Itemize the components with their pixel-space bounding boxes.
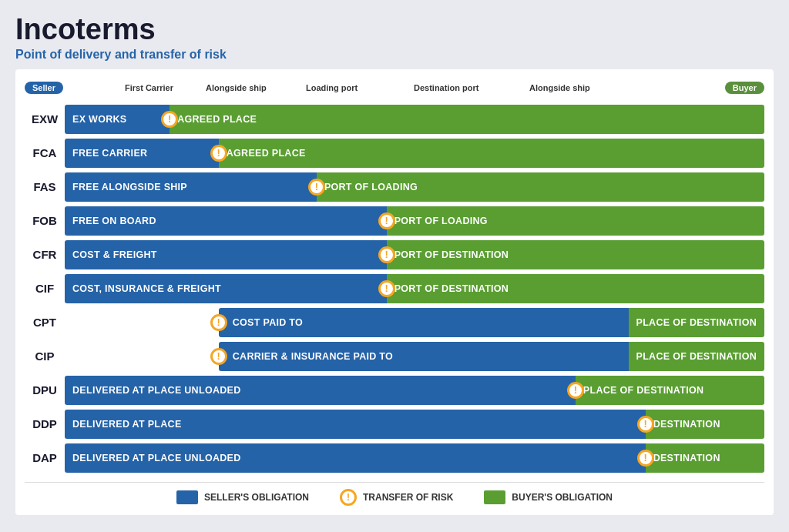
buyer-legend-label: BUYER'S OBLIGATION xyxy=(512,492,613,503)
bar-area-dap: DELIVERED AT PLACE UNLOADED!DESTINATION xyxy=(65,443,764,473)
loading-port-label: Loading port xyxy=(306,83,358,92)
bar-area-cpt: !COST PAID TOPLACE OF DESTINATION xyxy=(65,308,764,337)
blue-text-cip: CARRIER & INSURANCE PAID TO xyxy=(219,351,401,362)
term-label-cfr: CFR xyxy=(25,248,65,261)
green-text-fca: AGREED PLACE xyxy=(219,148,314,159)
risk-icon-ddp: ! xyxy=(637,416,654,433)
green-text-dpu: PLACE OF DESTINATION xyxy=(576,385,711,396)
term-label-cip: CIP xyxy=(25,350,65,363)
blue-text-dpu: DELIVERED AT PLACE UNLOADED xyxy=(65,385,249,396)
row-exw: EXWEX WORKS!AGREED PLACE xyxy=(25,103,764,136)
legend: SELLER'S OBLIGATION ! TRANSFER OF RISK B… xyxy=(25,482,764,506)
bar-area-cif: COST, INSURANCE & FREIGHT!PORT OF DESTIN… xyxy=(65,274,764,303)
green-text-ddp: DESTINATION xyxy=(646,419,728,430)
risk-icon-exw: ! xyxy=(161,111,178,128)
buyer-legend-box xyxy=(484,490,505,504)
seller-legend-label: SELLER'S OBLIGATION xyxy=(204,492,309,503)
rows-container: EXWEX WORKS!AGREED PLACEFCAFREE CARRIER!… xyxy=(25,103,764,474)
green-text-cif: PORT OF DESTINATION xyxy=(387,283,517,294)
term-label-fob: FOB xyxy=(25,214,65,227)
term-label-cif: CIF xyxy=(25,282,65,295)
risk-icon-cpt: ! xyxy=(210,314,227,331)
blue-text-cfr: COST & FREIGHT xyxy=(65,249,165,260)
blue-text-cpt: COST PAID TO xyxy=(219,317,311,328)
term-label-cpt: CPT xyxy=(25,316,65,329)
destination-port-label: Destination port xyxy=(414,83,478,92)
alongside-ship-2-label: Alongside ship xyxy=(529,83,590,92)
row-ddp: DDPDELIVERED AT PLACE!DESTINATION xyxy=(25,408,764,440)
subtitle: Point of delivery and transfer of risk xyxy=(15,48,774,62)
blue-seg-fob: FREE ON BOARD! xyxy=(65,206,387,236)
bar-area-cip: !CARRIER & INSURANCE PAID TOPLACE OF DES… xyxy=(65,342,764,371)
seller-badge: Seller xyxy=(25,82,63,94)
row-cif: CIFCOST, INSURANCE & FREIGHT!PORT OF DES… xyxy=(25,273,764,305)
risk-icon-fob: ! xyxy=(378,212,395,229)
blue-text-dap: DELIVERED AT PLACE UNLOADED xyxy=(65,453,249,463)
green-seg-exw: AGREED PLACE xyxy=(170,105,764,134)
green-text-dap: DESTINATION xyxy=(646,453,728,463)
row-cpt: CPT!COST PAID TOPLACE OF DESTINATION xyxy=(25,306,764,339)
row-dpu: DPUDELIVERED AT PLACE UNLOADED!PLACE OF … xyxy=(25,374,764,407)
main-title: Incoterms xyxy=(15,14,774,46)
bar-area-fca: FREE CARRIER!AGREED PLACE xyxy=(65,139,764,168)
row-fca: FCAFREE CARRIER!AGREED PLACE xyxy=(25,137,764,169)
blue-text-exw: EX WORKS xyxy=(65,114,134,125)
seller-legend-box xyxy=(176,490,198,504)
bar-area-fas: FREE ALONGSIDE SHIP!PORT OF LOADING xyxy=(65,172,764,202)
green-text-cfr: PORT OF DESTINATION xyxy=(387,249,517,260)
bar-area-dpu: DELIVERED AT PLACE UNLOADED!PLACE OF DES… xyxy=(65,376,764,405)
green-seg-dpu: PLACE OF DESTINATION xyxy=(576,376,764,405)
risk-icon-fas: ! xyxy=(308,179,325,196)
green-seg-cfr: PORT OF DESTINATION xyxy=(387,240,764,269)
bar-area-fob: FREE ON BOARD!PORT OF LOADING xyxy=(65,206,764,236)
blue-seg-exw: EX WORKS! xyxy=(65,105,170,134)
green-text-cip: PLACE OF DESTINATION xyxy=(629,351,764,362)
blue-seg-ddp: DELIVERED AT PLACE! xyxy=(65,410,646,439)
green-seg-fca: AGREED PLACE xyxy=(219,139,764,168)
risk-icon-fca: ! xyxy=(210,145,227,162)
term-label-fca: FCA xyxy=(25,146,65,159)
green-seg-dap: DESTINATION xyxy=(646,443,764,473)
blue-text-fas: FREE ALONGSIDE SHIP xyxy=(65,182,195,192)
green-seg-cif: PORT OF DESTINATION xyxy=(387,274,764,303)
bar-area-ddp: DELIVERED AT PLACE!DESTINATION xyxy=(65,410,764,439)
risk-icon-cfr: ! xyxy=(378,246,395,263)
green-seg-cpt: PLACE OF DESTINATION xyxy=(629,308,764,337)
green-text-fob: PORT OF LOADING xyxy=(387,216,495,226)
bar-area-cfr: COST & FREIGHT!PORT OF DESTINATION xyxy=(65,240,764,269)
buyer-badge: Buyer xyxy=(725,82,764,94)
row-cfr: CFRCOST & FREIGHT!PORT OF DESTINATION xyxy=(25,239,764,271)
row-fob: FOBFREE ON BOARD!PORT OF LOADING xyxy=(25,205,764,237)
page-wrapper: Incoterms Point of delivery and transfer… xyxy=(0,0,789,527)
blue-seg-cip: !CARRIER & INSURANCE PAID TO xyxy=(219,342,629,371)
alongside-ship-1-label: Alongside ship xyxy=(206,83,267,92)
term-label-dpu: DPU xyxy=(25,383,65,396)
risk-legend-label: TRANSFER OF RISK xyxy=(363,492,453,503)
risk-icon-dap: ! xyxy=(637,450,654,467)
green-seg-cip: PLACE OF DESTINATION xyxy=(629,342,764,371)
green-text-fas: PORT OF LOADING xyxy=(317,182,425,192)
legend-seller: SELLER'S OBLIGATION xyxy=(176,490,309,504)
blue-seg-fas: FREE ALONGSIDE SHIP! xyxy=(65,172,317,202)
bar-area-exw: EX WORKS!AGREED PLACE xyxy=(65,105,764,134)
green-text-exw: AGREED PLACE xyxy=(170,114,264,125)
green-seg-ddp: DESTINATION xyxy=(646,410,764,439)
blue-text-cif: COST, INSURANCE & FREIGHT xyxy=(65,283,229,294)
title-section: Incoterms Point of delivery and transfer… xyxy=(15,14,774,62)
legend-buyer: BUYER'S OBLIGATION xyxy=(484,490,613,504)
term-label-dap: DAP xyxy=(25,451,65,464)
chart-area: Seller First Carrier Alongside ship Load… xyxy=(15,69,774,515)
blue-seg-cif: COST, INSURANCE & FREIGHT! xyxy=(65,274,387,303)
risk-icon-dpu: ! xyxy=(567,382,584,399)
blue-seg-dpu: DELIVERED AT PLACE UNLOADED! xyxy=(65,376,576,405)
blue-text-ddp: DELIVERED AT PLACE xyxy=(65,419,190,430)
green-seg-fas: PORT OF LOADING xyxy=(317,172,764,202)
risk-icon-cip: ! xyxy=(210,348,227,365)
blue-text-fca: FREE CARRIER xyxy=(65,148,155,159)
blue-seg-dap: DELIVERED AT PLACE UNLOADED! xyxy=(65,443,646,473)
blue-seg-cfr: COST & FREIGHT! xyxy=(65,240,387,269)
row-cip: CIP!CARRIER & INSURANCE PAID TOPLACE OF … xyxy=(25,340,764,373)
legend-risk: ! TRANSFER OF RISK xyxy=(340,489,453,506)
risk-icon-cif: ! xyxy=(378,280,395,297)
header-row: Seller First Carrier Alongside ship Load… xyxy=(25,77,764,99)
